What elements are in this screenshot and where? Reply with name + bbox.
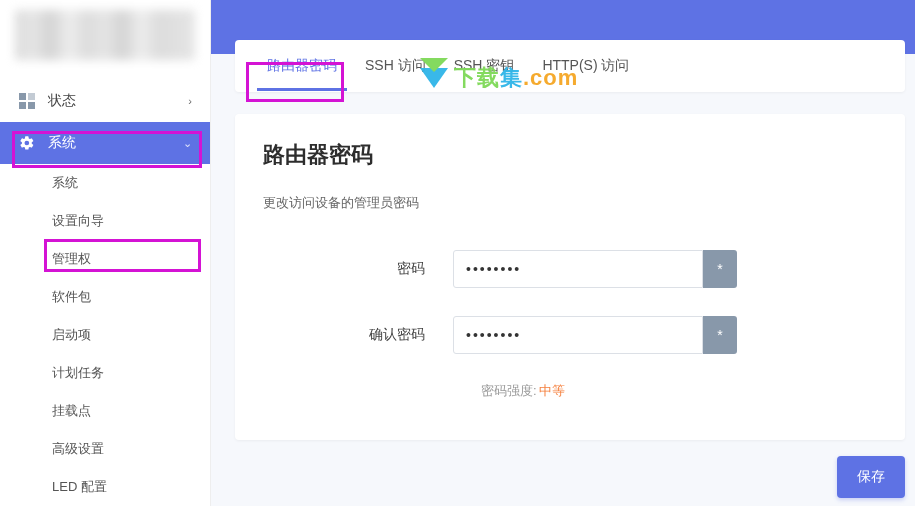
- nav-status-label: 状态: [48, 92, 76, 110]
- nav-system[interactable]: 系统 ⌄: [0, 122, 210, 164]
- subnav-advanced[interactable]: 高级设置: [0, 430, 210, 468]
- subnav-packages[interactable]: 软件包: [0, 278, 210, 316]
- card-desc: 更改访问设备的管理员密码: [263, 194, 877, 212]
- grid-icon: [18, 92, 36, 110]
- confirm-label: 确认密码: [263, 326, 453, 344]
- subnav-mountpoints[interactable]: 挂载点: [0, 392, 210, 430]
- row-password: 密码 *: [263, 250, 877, 288]
- password-label: 密码: [263, 260, 453, 278]
- tab-ssh-access[interactable]: SSH 访问: [351, 41, 440, 91]
- subnav-system[interactable]: 系统: [0, 164, 210, 202]
- save-button[interactable]: 保存: [837, 456, 905, 498]
- tab-router-password[interactable]: 路由器密码: [253, 41, 351, 91]
- password-card: 路由器密码 更改访问设备的管理员密码 密码 * 确认密码 *: [235, 114, 905, 440]
- card-title: 路由器密码: [263, 140, 877, 170]
- subnav-setup-wizard[interactable]: 设置向导: [0, 202, 210, 240]
- gear-icon: [18, 134, 36, 152]
- strength-label: 密码强度:: [481, 382, 537, 400]
- password-reveal-button[interactable]: *: [703, 250, 737, 288]
- main: 路由器密码 SSH 访问 SSH 密钥 HTTP(S) 访问 路由器密码 更改访…: [211, 0, 915, 506]
- strength-value: 中等: [539, 382, 565, 400]
- tabs: 路由器密码 SSH 访问 SSH 密钥 HTTP(S) 访问: [235, 40, 905, 92]
- nav-system-label: 系统: [48, 134, 76, 152]
- subnav-startup[interactable]: 启动项: [0, 316, 210, 354]
- row-confirm: 确认密码 *: [263, 316, 877, 354]
- sidebar: 状态 › 系统 ⌄ 系统 设置向导 管理权 软件包 启动项 计划任务 挂载点 高…: [0, 0, 211, 506]
- password-input[interactable]: [453, 250, 703, 288]
- confirm-reveal-button[interactable]: *: [703, 316, 737, 354]
- nav-status[interactable]: 状态 ›: [0, 80, 210, 122]
- confirm-input[interactable]: [453, 316, 703, 354]
- subnav-crontab[interactable]: 计划任务: [0, 354, 210, 392]
- system-submenu: 系统 设置向导 管理权 软件包 启动项 计划任务 挂载点 高级设置 LED 配置…: [0, 164, 210, 506]
- tab-https-access[interactable]: HTTP(S) 访问: [528, 41, 643, 91]
- brand-logo: [15, 10, 195, 60]
- password-strength: 密码强度: 中等: [481, 382, 877, 400]
- chevron-right-icon: ›: [188, 95, 192, 107]
- subnav-admin[interactable]: 管理权: [0, 240, 210, 278]
- chevron-down-icon: ⌄: [183, 137, 192, 150]
- tab-ssh-key[interactable]: SSH 密钥: [440, 41, 529, 91]
- subnav-led[interactable]: LED 配置: [0, 468, 210, 506]
